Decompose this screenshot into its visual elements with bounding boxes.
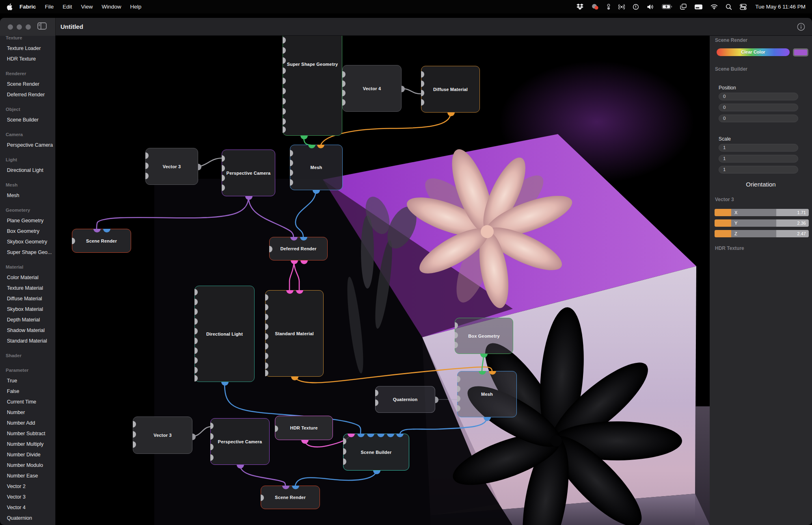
battery-charging-icon[interactable] xyxy=(662,4,672,9)
sidebar-item-texture-material[interactable]: Texture Material xyxy=(0,283,55,293)
sidebar-item-diffuse-material[interactable]: Diffuse Material xyxy=(0,293,55,304)
volume-icon[interactable] xyxy=(647,4,654,10)
node-vector3-top[interactable]: Vector 3 xyxy=(145,148,198,185)
vector3-slider-x[interactable]: X1.71 xyxy=(715,209,809,216)
bottom-port[interactable] xyxy=(221,382,229,386)
sidebar-item-perspective-camera[interactable]: Perspective Camera xyxy=(0,140,55,150)
sidebar-item-false[interactable]: False xyxy=(0,386,55,397)
node-perspective-camera-2[interactable]: Perspective Camera xyxy=(210,418,270,465)
left-port[interactable] xyxy=(343,458,346,465)
left-port[interactable] xyxy=(342,80,346,87)
sidebar-item-directional-light[interactable]: Directional Light xyxy=(0,165,55,176)
left-port[interactable] xyxy=(283,37,286,43)
left-port[interactable] xyxy=(455,322,458,329)
left-port[interactable] xyxy=(194,289,198,295)
left-port[interactable] xyxy=(265,343,268,349)
sidebar-item-skybox-material[interactable]: Skybox Material xyxy=(0,304,55,315)
top-port[interactable] xyxy=(286,290,294,294)
node-box-geometry[interactable]: Box Geometry xyxy=(455,318,513,354)
top-port[interactable] xyxy=(317,145,324,148)
left-port[interactable] xyxy=(343,448,346,455)
left-port[interactable] xyxy=(265,314,268,320)
left-port[interactable] xyxy=(145,163,149,169)
sidebar-item-number-modulo[interactable]: Number Modulo xyxy=(0,460,55,471)
bottom-port[interactable] xyxy=(300,260,308,264)
top-port[interactable] xyxy=(348,434,355,437)
left-port[interactable] xyxy=(275,425,278,432)
airdrop-icon[interactable] xyxy=(618,4,625,10)
sidebar-item-skybox-geometry[interactable]: Skybox Geometry xyxy=(0,236,55,247)
left-port[interactable] xyxy=(194,347,198,354)
sidebar-item-depth-material[interactable]: Depth Material xyxy=(0,315,55,325)
bottom-port[interactable] xyxy=(237,465,244,469)
vector3-slider-y[interactable]: Y2.36 xyxy=(715,219,809,227)
node-mesh-2[interactable]: Mesh xyxy=(457,371,517,417)
menu-help[interactable]: Help xyxy=(126,4,146,10)
sidebar-item-number-ease[interactable]: Number Ease xyxy=(0,471,55,481)
left-port[interactable] xyxy=(210,433,214,440)
bottom-port[interactable] xyxy=(480,354,488,358)
bottom-port[interactable] xyxy=(300,136,308,139)
sidebar-item-vector-3[interactable]: Vector 3 xyxy=(0,492,55,502)
top-port[interactable] xyxy=(296,290,303,294)
dropbox-icon[interactable] xyxy=(577,4,583,10)
sidebar-item-box-geometry[interactable]: Box Geometry xyxy=(0,226,55,236)
vector3-slider-z[interactable]: Z2.47 xyxy=(715,230,809,237)
sidebar-item-scene-render[interactable]: Scene Render xyxy=(0,79,55,89)
search-icon[interactable] xyxy=(726,4,732,10)
top-port[interactable] xyxy=(300,237,307,241)
left-port[interactable] xyxy=(290,160,293,166)
screen-record-icon[interactable] xyxy=(591,4,599,10)
node-scene-render-1[interactable]: Scene Render xyxy=(72,229,131,253)
top-port[interactable] xyxy=(387,434,394,437)
left-port[interactable] xyxy=(194,357,198,364)
left-port[interactable] xyxy=(194,375,198,382)
left-port[interactable] xyxy=(222,175,225,181)
sidebar-item-standard-material[interactable]: Standard Material xyxy=(0,336,55,346)
sidebar-item-plane-geometry[interactable]: Plane Geometry xyxy=(0,215,55,226)
menu-window[interactable]: Window xyxy=(97,4,126,10)
left-port[interactable] xyxy=(194,308,198,315)
left-port[interactable] xyxy=(457,405,460,412)
bottom-port[interactable] xyxy=(291,377,298,380)
left-port[interactable] xyxy=(283,67,286,74)
bottom-port[interactable] xyxy=(447,113,455,116)
left-port[interactable] xyxy=(210,454,214,461)
left-port[interactable] xyxy=(269,246,272,252)
sidebar-item-color-material[interactable]: Color Material xyxy=(0,272,55,283)
node-directional-light[interactable]: Directional Light xyxy=(194,286,255,382)
scale-input-z[interactable]: 1 xyxy=(719,166,798,174)
left-port[interactable] xyxy=(145,173,149,179)
left-port[interactable] xyxy=(421,90,424,96)
top-port[interactable] xyxy=(292,486,299,489)
left-port[interactable] xyxy=(194,299,198,305)
left-port[interactable] xyxy=(265,333,268,340)
close-button[interactable] xyxy=(8,24,13,30)
node-standard-material[interactable]: Standard Material xyxy=(265,290,324,377)
left-port[interactable] xyxy=(133,431,136,438)
left-port[interactable] xyxy=(283,57,286,64)
left-port[interactable] xyxy=(342,90,346,96)
top-port[interactable] xyxy=(282,486,289,489)
sidebar-item-texture-loader[interactable]: Texture Loader xyxy=(0,43,55,54)
left-port[interactable] xyxy=(421,71,424,78)
sidebar-item-number-multiply[interactable]: Number Multiply xyxy=(0,439,55,449)
left-port[interactable] xyxy=(283,98,286,104)
left-port[interactable] xyxy=(265,362,268,369)
screen-time-icon[interactable] xyxy=(633,4,639,10)
bottom-port[interactable] xyxy=(373,471,380,474)
left-port[interactable] xyxy=(290,150,293,156)
sidebar-toggle-button[interactable] xyxy=(37,22,47,31)
sidebar-item-true[interactable]: True xyxy=(0,375,55,386)
left-port[interactable] xyxy=(375,399,378,406)
sidebar-item-number-divide[interactable]: Number Divide xyxy=(0,449,55,460)
left-port[interactable] xyxy=(72,238,75,244)
left-port[interactable] xyxy=(133,441,136,448)
sidebar-item-vector-4[interactable]: Vector 4 xyxy=(0,502,55,513)
menu-view[interactable]: View xyxy=(77,4,97,10)
left-port[interactable] xyxy=(283,118,286,125)
top-port[interactable] xyxy=(377,434,384,437)
left-port[interactable] xyxy=(265,353,268,359)
position-input-z[interactable]: 0 xyxy=(719,115,798,122)
bottom-port[interactable] xyxy=(484,417,491,421)
